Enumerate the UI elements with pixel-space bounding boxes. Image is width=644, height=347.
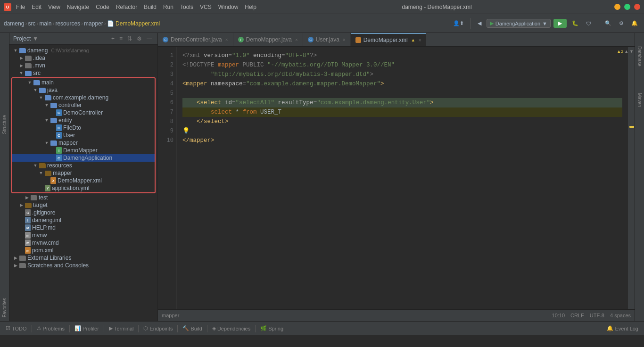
menu-code[interactable]: Code xyxy=(93,3,112,11)
tree-arrow-com-example xyxy=(39,95,43,100)
breadcrumb-resources[interactable]: resources xyxy=(55,20,80,27)
tab-close-demomapper-java[interactable]: × xyxy=(295,37,298,42)
tree-item-resources[interactable]: resources xyxy=(12,162,155,169)
menu-tools[interactable]: Tools xyxy=(177,3,196,11)
breadcrumb-dameng[interactable]: dameng xyxy=(4,20,24,27)
line-num-5: 5 xyxy=(161,89,173,98)
structure-tab[interactable]: Structure xyxy=(0,111,8,138)
minimize-button[interactable] xyxy=(614,4,620,10)
menu-navigate[interactable]: Navigate xyxy=(64,3,92,11)
run-button[interactable]: ▶ xyxy=(553,19,567,28)
tree-item-filedto[interactable]: C FileDto xyxy=(12,124,155,132)
tree-item-gitignore[interactable]: G .gitignore xyxy=(9,209,157,216)
close-button[interactable] xyxy=(634,4,640,10)
tree-item-mapper-pkg[interactable]: mapper xyxy=(12,139,155,147)
tree-item-damangiml[interactable]: I dameng.iml xyxy=(9,216,157,224)
tree-item-demomapper-java[interactable]: I DemoMapper xyxy=(12,147,155,154)
run-config-dropdown[interactable]: ▶ DamengApplication ▼ xyxy=(487,19,551,28)
search-button[interactable]: 🔍 xyxy=(603,19,614,28)
warning-nav-up[interactable]: ▲ xyxy=(624,49,628,54)
problems-button[interactable]: ⚠ Problems xyxy=(34,324,67,332)
tree-label-appyml: application.yml xyxy=(52,185,89,191)
add-item-button[interactable]: + xyxy=(110,35,116,42)
tree-item-mapper-res[interactable]: mapper xyxy=(12,169,155,177)
menu-refactor[interactable]: Refactor xyxy=(113,3,140,11)
tree-item-mvnw[interactable]: m mvnw xyxy=(9,231,157,239)
status-charset[interactable]: UTF-8 xyxy=(590,313,604,318)
folder-icon-resources xyxy=(39,163,46,168)
tree-item-dameng[interactable]: dameng C:\Works\dameng xyxy=(9,47,157,54)
tab-close-user-java[interactable]: × xyxy=(343,37,346,42)
tree-item-user[interactable]: C User xyxy=(12,132,155,139)
coverage-button[interactable]: 🛡 xyxy=(584,19,594,28)
maximize-button[interactable] xyxy=(624,4,630,10)
line-num-9: 9 xyxy=(161,126,173,136)
tree-item-com-example[interactable]: com.example.dameng xyxy=(12,94,155,101)
warning-nav-down[interactable]: ▼ xyxy=(629,49,634,54)
status-crlf[interactable]: CRLF xyxy=(570,313,584,318)
menu-file[interactable]: File xyxy=(13,3,28,11)
tab-democontroller[interactable]: C DemoController.java × xyxy=(158,33,233,46)
tree-item-test[interactable]: test xyxy=(9,194,157,201)
tree-item-extlibs[interactable]: External Libraries xyxy=(9,254,157,262)
tab-demomapper-java[interactable]: I DemoMapper.java × xyxy=(233,33,303,46)
database-tab[interactable]: Database xyxy=(636,42,644,70)
breadcrumb-file[interactable]: 📄 DemoMapper.xml xyxy=(107,20,160,27)
tree-item-helpmd[interactable]: M HELP.md xyxy=(9,224,157,231)
collapse-all-button[interactable]: ≡ xyxy=(118,35,124,42)
menu-help[interactable]: Help xyxy=(242,3,259,11)
todo-button[interactable]: ☑ TODO xyxy=(3,324,30,332)
chevron-down-icon[interactable]: ▼ xyxy=(33,35,38,42)
breadcrumb-src[interactable]: src xyxy=(28,20,35,27)
editor-scrollbar[interactable]: ▲2 ▲ ▼ xyxy=(628,47,635,309)
build-button[interactable]: 🔨 Build xyxy=(180,324,205,332)
tree-item-scratches[interactable]: Scratches and Consoles xyxy=(9,262,157,269)
close-project-panel-button[interactable]: — xyxy=(145,35,154,42)
event-log-button[interactable]: 🔔 Event Log xyxy=(604,324,641,332)
expand-all-button[interactable]: ⇅ xyxy=(126,35,133,42)
favorites-tab[interactable]: Favorites xyxy=(0,294,8,321)
code-content[interactable]: <?xml version="1.0" encoding="UTF-8"?> <… xyxy=(177,47,628,309)
tab-user-java[interactable]: C User.java × xyxy=(303,33,351,46)
menu-window[interactable]: Window xyxy=(215,3,241,11)
status-indent[interactable]: 4 spaces xyxy=(610,313,631,318)
vcs-button[interactable]: 👤⬆ xyxy=(451,19,466,28)
notifications-button[interactable]: 🔔 xyxy=(629,19,640,28)
tab-demomapper-xml[interactable]: DemoMapper.xml ▲ × xyxy=(351,33,427,46)
tab-close-demomapper-xml[interactable]: × xyxy=(419,38,421,43)
tree-item-appyml[interactable]: Y application.yml xyxy=(12,184,155,192)
back-button[interactable]: ◀ xyxy=(475,19,484,28)
tree-item-entity[interactable]: entity xyxy=(12,116,155,124)
code-editor[interactable]: 1 2 3 4 5 6 7 8 9 10 <?xml version="1.0"… xyxy=(158,47,628,309)
event-log-label: Event Log xyxy=(615,326,638,331)
terminal-button[interactable]: ▶ Terminal xyxy=(106,324,137,332)
project-settings-button[interactable]: ⚙ xyxy=(135,35,143,42)
debug-button[interactable]: 🐛 xyxy=(570,19,581,28)
tree-item-main[interactable]: main xyxy=(12,79,155,86)
tree-item-mvnwcmd[interactable]: m mvnw.cmd xyxy=(9,239,157,247)
profiler-button[interactable]: 📊 Profiler xyxy=(72,324,102,332)
tree-item-democontroller[interactable]: C DemoController xyxy=(12,109,155,116)
tree-item-controller[interactable]: controller xyxy=(12,101,155,109)
settings-button[interactable]: ⚙ xyxy=(617,19,626,28)
endpoints-button[interactable]: ⬡ Endpoints xyxy=(140,324,175,332)
tree-item-pomxml[interactable]: m pom.xml xyxy=(9,247,157,254)
tree-item-mvn[interactable]: .mvn xyxy=(9,62,157,69)
tab-close-democontroller[interactable]: × xyxy=(225,37,228,42)
tree-item-target[interactable]: target xyxy=(9,201,157,209)
breadcrumb-main[interactable]: main xyxy=(39,20,51,27)
spring-button[interactable]: 🌿 Spring xyxy=(257,324,286,332)
tree-item-demomapper-xml[interactable]: X DemoMapper.xml xyxy=(12,177,155,184)
tree-item-src[interactable]: src xyxy=(9,69,157,77)
menu-view[interactable]: View xyxy=(45,3,63,11)
menu-vcs[interactable]: VCS xyxy=(197,3,215,11)
maven-tab[interactable]: Maven xyxy=(636,89,644,111)
menu-run[interactable]: Run xyxy=(160,3,176,11)
menu-build[interactable]: Build xyxy=(141,3,159,11)
breadcrumb-mapper[interactable]: mapper xyxy=(84,20,103,27)
dependencies-button[interactable]: ◈ Dependencies xyxy=(209,324,253,332)
menu-edit[interactable]: Edit xyxy=(29,3,44,11)
tree-item-java[interactable]: java xyxy=(12,86,155,94)
tree-item-damengapplication[interactable]: C DamengApplication xyxy=(12,154,155,162)
tree-item-idea[interactable]: .idea xyxy=(9,54,157,62)
